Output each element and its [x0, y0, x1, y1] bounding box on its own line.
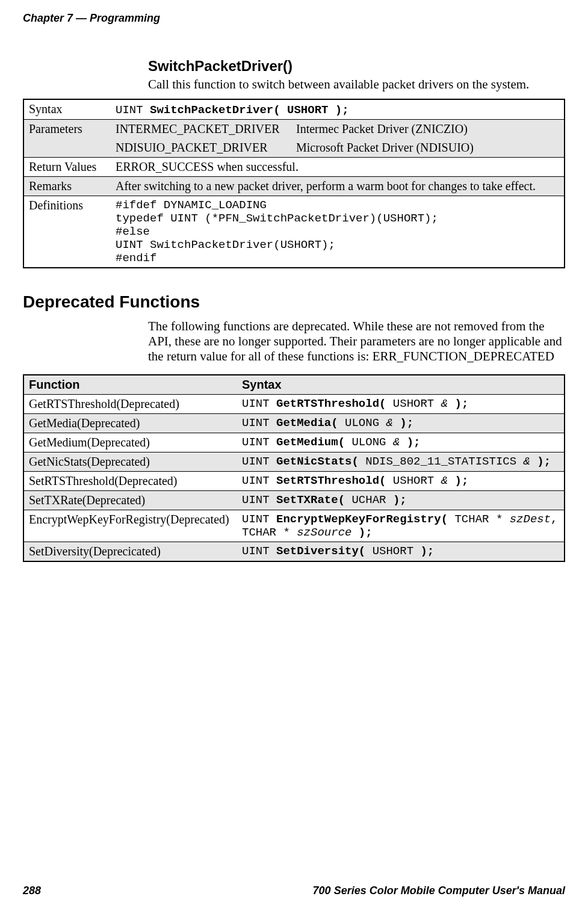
dep-syntax: UINT EncryptWepKeyForRegistry( TCHAR * s…	[237, 510, 565, 542]
post: );	[420, 545, 434, 558]
return-label: Return Values	[23, 158, 111, 177]
mid: NDIS_802_11_STATISTICS	[359, 455, 524, 468]
param1-val: Intermec Packet Driver (ZNICZIO)	[296, 122, 468, 135]
dep-fn: GetRTSThreshold(Deprecated)	[23, 395, 237, 414]
defs-l5: #endif	[116, 252, 559, 265]
dep-syntax: UINT GetNicStats( NDIS_802_11_STATISTICS…	[237, 452, 565, 472]
ital2: szSource	[297, 526, 351, 539]
defs-l2: typedef UINT (*PFN_SwitchPacketDriver)(U…	[116, 212, 559, 225]
dep-fn: GetMedium(Deprecated)	[23, 433, 237, 452]
running-head: Chapter 7 — Programming	[23, 12, 565, 25]
dep-syntax: UINT GetRTSThreshold( USHORT & );	[237, 395, 565, 414]
ital1: szDest	[510, 513, 551, 526]
bold: SetTXRate(	[276, 493, 345, 507]
deprecated-table: Function Syntax GetRTSThreshold(Deprecat…	[23, 374, 565, 562]
bold: GetNicStats(	[276, 455, 359, 468]
return-val: ERROR_SUCCESS when successful.	[111, 158, 565, 177]
param1-cell: INTERMEC_PACKET_DRIVERIntermec Packet Dr…	[111, 120, 565, 139]
dep-fn: EncryptWepKeyForRegistry(Deprecated)	[23, 510, 237, 542]
pre: UINT	[242, 436, 276, 449]
params-label: Parameters	[23, 120, 111, 158]
page-footer: 288 700 Series Color Mobile Computer Use…	[23, 885, 565, 897]
dep-fn: SetTXRate(Deprecated)	[23, 491, 237, 510]
pre: UINT	[242, 397, 276, 410]
remarks-val: After switching to a new packet driver, …	[111, 177, 565, 196]
mid: USHORT	[386, 474, 441, 487]
chapter-label: Chapter 7	[23, 12, 73, 24]
pre: UINT	[242, 493, 276, 507]
param1-key: INTERMEC_PACKET_DRIVER	[116, 122, 296, 136]
bold: SetRTSThreshold(	[276, 474, 386, 487]
head-sep: —	[73, 12, 90, 24]
amp: &	[441, 474, 448, 487]
th-function: Function	[23, 375, 237, 395]
defs-l1: #ifdef DYNAMIC_LOADING	[116, 199, 559, 212]
param2-key: NDISUIO_PACKET_DRIVER	[116, 141, 296, 155]
param2-val: Microsoft Packet Driver (NDISUIO)	[296, 141, 474, 154]
mid: UCHAR	[345, 493, 393, 507]
amp: &	[386, 416, 392, 430]
bold: SetDiversity(	[276, 545, 365, 558]
dep-syntax: UINT GetMedium( ULONG & );	[237, 433, 565, 452]
pre: UINT	[242, 455, 276, 468]
page-number: 288	[23, 885, 41, 897]
dep-syntax: UINT SetRTSThreshold( USHORT & );	[237, 472, 565, 491]
defs-l3: #else	[116, 225, 559, 238]
mid: ULONG	[345, 436, 393, 449]
post: );	[448, 397, 468, 410]
th-syntax: Syntax	[237, 375, 565, 395]
syntax-label: Syntax	[23, 99, 111, 120]
pre: UINT	[242, 416, 276, 430]
syntax-pre: UINT	[116, 103, 150, 117]
mid: ULONG	[338, 416, 386, 430]
dep-syntax: UINT GetMedia( ULONG & );	[237, 414, 565, 433]
amp: &	[393, 436, 400, 449]
post: );	[393, 416, 413, 430]
dep-fn: SetRTSThreshold(Deprecated)	[23, 472, 237, 491]
syntax-bold: SwitchPacketDriver( USHORT );	[150, 103, 349, 117]
bold: GetMedium(	[276, 436, 345, 449]
post: );	[393, 493, 407, 507]
chapter-title: Programming	[90, 12, 160, 24]
post: );	[448, 474, 468, 487]
post: );	[400, 436, 420, 449]
mid: USHORT	[365, 545, 420, 558]
pre: UINT	[242, 513, 276, 526]
defs-cell: #ifdef DYNAMIC_LOADING typedef UINT (*PF…	[111, 196, 565, 268]
api-table: Syntax UINT SwitchPacketDriver( USHORT )…	[23, 99, 565, 268]
dep-syntax: UINT SetTXRate( UCHAR );	[237, 491, 565, 510]
deprecated-heading: Deprecated Functions	[23, 292, 565, 312]
bold: GetRTSThreshold(	[276, 397, 386, 410]
syntax-cell: UINT SwitchPacketDriver( USHORT );	[111, 99, 565, 120]
defs-label: Definitions	[23, 196, 111, 268]
dep-fn: SetDiversity(Deprecicated)	[23, 542, 237, 562]
dep-fn: GetNicStats(Deprecated)	[23, 452, 237, 472]
defs-l4: UINT SwitchPacketDriver(USHORT);	[116, 238, 559, 252]
post2: );	[351, 526, 372, 539]
mid: USHORT	[386, 397, 441, 410]
dep-syntax: UINT SetDiversity( USHORT );	[237, 542, 565, 562]
amp: &	[524, 455, 530, 468]
amp: &	[441, 397, 448, 410]
pre: UINT	[242, 474, 276, 487]
mid: TCHAR *	[448, 513, 510, 526]
pre: UINT	[242, 545, 276, 558]
deprecated-intro: The following functions are deprecated. …	[148, 319, 565, 363]
param2-cell: NDISUIO_PACKET_DRIVERMicrosoft Packet Dr…	[111, 138, 565, 158]
manual-title: 700 Series Color Mobile Computer User's …	[313, 885, 565, 897]
bold: GetMedia(	[276, 416, 338, 430]
function-intro: Call this function to switch between ava…	[148, 77, 565, 91]
dep-fn: GetMedia(Deprecated)	[23, 414, 237, 433]
bold: EncryptWepKeyForRegistry(	[276, 513, 448, 526]
remarks-label: Remarks	[23, 177, 111, 196]
function-title: SwitchPacketDriver()	[148, 58, 565, 75]
post: );	[530, 455, 551, 468]
